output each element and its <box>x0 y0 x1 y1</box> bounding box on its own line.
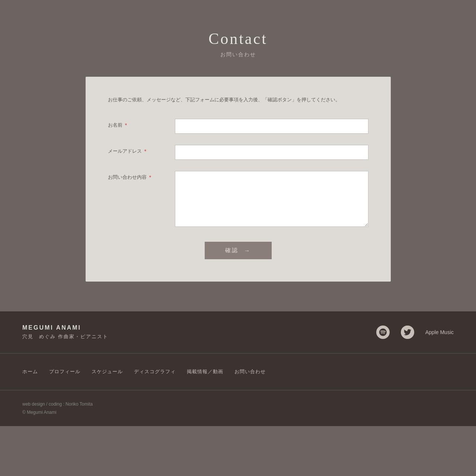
form-description: お仕事のご依頼、メッセージなど、下記フォームに必要事項を入力後、「確認ボタン」を… <box>108 95 368 104</box>
email-input[interactable] <box>175 145 368 160</box>
email-required-mark: ＊ <box>143 148 148 154</box>
footer-social: Apple Music <box>376 326 454 339</box>
footer-nav-home[interactable]: ホーム <box>22 368 38 375</box>
submit-arrow: → <box>244 247 251 254</box>
footer-brand-name: MEGUMI ANAMI <box>22 324 108 331</box>
page-title-ja: お問い合わせ <box>7 51 469 58</box>
message-field-row: お問い合わせ内容＊ <box>108 171 368 227</box>
twitter-icon[interactable] <box>401 326 414 339</box>
contact-form-container: お仕事のご依頼、メッセージなど、下記フォームに必要事項を入力後、「確認ボタン」を… <box>86 77 391 282</box>
email-label: メールアドレス＊ <box>108 145 175 155</box>
footer-brand-ja: 穴見 めぐみ 作曲家・ピアニスト <box>22 333 108 340</box>
footer-copyright: © Megumi Anami <box>22 410 454 415</box>
apple-music-label[interactable]: Apple Music <box>425 329 454 336</box>
submit-row: 確認 → <box>108 242 368 259</box>
name-input[interactable] <box>175 119 368 134</box>
name-field-row: お名前＊ <box>108 119 368 134</box>
email-field-row: メールアドレス＊ <box>108 145 368 160</box>
footer-brand: MEGUMI ANAMI 穴見 めぐみ 作曲家・ピアニスト <box>22 324 108 340</box>
footer-nav-schedule[interactable]: スケジュール <box>92 368 123 375</box>
name-label: お名前＊ <box>108 119 175 128</box>
submit-button[interactable]: 確認 → <box>205 242 272 259</box>
footer-nav: ホーム プロフィール スケジュール ディスコグラフィ 掲載情報／動画 お問い合わ… <box>0 353 476 390</box>
spotify-icon[interactable] <box>376 326 390 339</box>
footer-top: MEGUMI ANAMI 穴見 めぐみ 作曲家・ピアニスト Apple Musi… <box>0 311 476 353</box>
footer-nav-discography[interactable]: ディスコグラフィ <box>134 368 176 375</box>
footer: MEGUMI ANAMI 穴見 めぐみ 作曲家・ピアニスト Apple Musi… <box>0 311 476 426</box>
page-title-en: Contact <box>7 30 469 48</box>
footer-nav-profile[interactable]: プロフィール <box>49 368 80 375</box>
main-content: Contact お問い合わせ お仕事のご依頼、メッセージなど、下記フォームに必要… <box>0 0 476 311</box>
footer-nav-contact[interactable]: お問い合わせ <box>234 368 266 375</box>
message-required-mark: ＊ <box>148 174 153 180</box>
name-required-mark: ＊ <box>124 122 128 128</box>
footer-nav-links: ホーム プロフィール スケジュール ディスコグラフィ 掲載情報／動画 お問い合わ… <box>22 368 454 375</box>
submit-label: 確認 <box>225 247 239 254</box>
message-textarea[interactable] <box>175 171 368 227</box>
message-label: お問い合わせ内容＊ <box>108 171 175 181</box>
footer-bottom: web design / coding : Noriko Tomita © Me… <box>0 390 476 426</box>
page-header: Contact お問い合わせ <box>7 30 469 58</box>
footer-nav-media[interactable]: 掲載情報／動画 <box>187 368 223 375</box>
footer-credit: web design / coding : Noriko Tomita <box>22 402 454 407</box>
